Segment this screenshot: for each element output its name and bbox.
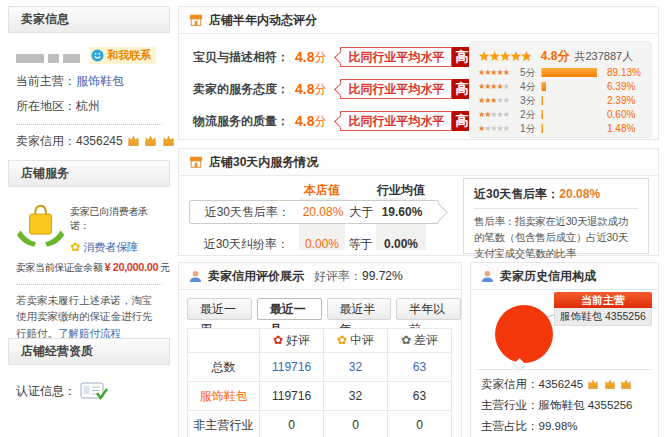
detail-title: 近30天售后率： (474, 187, 559, 201)
person-icon (189, 270, 202, 283)
callout-title: 当前主营 (554, 292, 652, 308)
consumer-guarantee-link[interactable]: 消费者保障 (83, 241, 138, 253)
dist-bar (542, 68, 597, 77)
total-good[interactable]: 119716 (260, 353, 324, 382)
tab-before-half-year[interactable]: 半年以前 (396, 298, 461, 320)
table-row-total: 总数 119716 32 63 (188, 353, 452, 382)
big-stars-icon: ★★★★ (478, 49, 520, 63)
seller-name-redacted (48, 54, 59, 63)
aftersale-rate-row: 近30天售后率： 20.08% 大于 19.60% (189, 200, 439, 224)
table-row-main-category: 服饰鞋包 119716 32 63 (188, 382, 452, 411)
dist-bar (542, 124, 543, 133)
time-range-tabs: 最近一周 最近一月 最近半年 半年以前 (187, 298, 461, 320)
good-col-header: 好评 (286, 333, 310, 347)
region-value: 杭州 (76, 99, 100, 113)
detail-desc: 售后率：指卖家在近30天退款成功的笔数（包含售后成立）占近30天支付宝成交笔数的… (474, 214, 638, 261)
seller-credit-value: 4356245 (76, 134, 123, 148)
deposit-unit: 元 (160, 262, 170, 273)
id-card-icon[interactable] (80, 381, 108, 401)
person-icon (481, 270, 494, 283)
deposit-note: 若卖家未履行上述承诺，淘宝使用卖家缴纳的保证金进行先行赔付。了解赔付流程 (16, 292, 162, 341)
pie-callout: 当前主营 服饰鞋包 4355256 (554, 292, 652, 326)
store-icon (189, 13, 203, 27)
dist-row-5: ★★★★★ 5分 89.13% (478, 66, 643, 79)
main-category-link[interactable]: 服饰鞋包 (76, 74, 124, 88)
rating-panel-title: 卖家信用评价展示 (208, 263, 304, 289)
row-label: 近30天纠纷率： (189, 236, 289, 253)
detail-value: 20.08% (559, 187, 600, 201)
aftersale-detail-box: 近30天售后率：20.08% 售后率：指卖家在近30天退款成功的笔数（包含售后成… (463, 178, 649, 254)
total-bad[interactable]: 63 (388, 353, 452, 382)
good-rate-value: 99.72% (362, 269, 403, 283)
compensation-flow-link[interactable]: 了解赔付流程 (58, 327, 121, 339)
dsr-label: 宝贝与描述相符： (193, 49, 295, 66)
deposit-label: 卖家当前保证金余额 (16, 262, 102, 273)
compare-label: 比同行业平均水平 (340, 111, 452, 131)
industry-value: 19.60% (377, 205, 427, 219)
dsr-panel-title: 店铺半年内动态评分 (209, 7, 317, 33)
guarantee-flower-icon (70, 240, 80, 254)
crown-icon (620, 375, 632, 396)
consumer-protection-icon (16, 199, 65, 251)
partial-star-icon: ★★ (520, 49, 533, 63)
qualification-section: 店铺经营资质 认证信息： (8, 338, 170, 417)
deposit-value: ¥ 20,000.00 (104, 261, 158, 273)
row-label: 近30天售后率： (190, 204, 290, 221)
seller-info-title: 卖家信息 (8, 6, 170, 33)
dispute-rate-row: 近30天纠纷率： 0.00% 等于 0.00% (189, 232, 439, 256)
neutral-col-header: 中评 (350, 333, 374, 347)
compare-label: 比同行业平均水平 (340, 79, 452, 99)
row-label: 总数 (188, 353, 260, 382)
tab-last-half-year[interactable]: 最近半年 (327, 298, 392, 320)
seller-name-row: 和我联系 (16, 47, 162, 65)
dsr-unit: 分 (314, 49, 326, 66)
seller-name-redacted (63, 54, 80, 63)
neutral-rating-icon (337, 333, 347, 347)
dsr-score: 4.8 (295, 113, 314, 129)
industry-value: 0.00% (376, 237, 426, 251)
total-neutral[interactable]: 32 (324, 353, 388, 382)
tab-last-month[interactable]: 最近一月 (257, 298, 322, 320)
row-label: 非主营行业 (188, 411, 260, 437)
shop-value: 20.08% (300, 205, 346, 219)
dist-bar (542, 82, 546, 91)
crown-icon (162, 135, 175, 149)
history-industry-row: 主营行业：服饰鞋包 4355256 (481, 395, 654, 416)
dsr-unit: 分 (314, 113, 326, 130)
crown-icon (127, 135, 140, 149)
service-panel-title: 店铺30天内服务情况 (209, 149, 318, 175)
crown-icon (587, 375, 599, 396)
promise-text: 卖家已向消费者承诺： (70, 199, 162, 233)
dist-row-3: ★★★★★ 3分 2.39% (478, 94, 643, 107)
history-credit-row: 卖家信用：4356245 (481, 374, 654, 395)
dist-bar (542, 110, 543, 119)
dsr-label: 物流服务的质量： (193, 113, 295, 130)
ratio-value: 99.98% (539, 420, 578, 432)
row-label: 服饰鞋包 (188, 382, 260, 411)
compare-label: 比同行业平均水平 (340, 47, 452, 67)
service-panel: 店铺30天内服务情况 本店值 行业均值 近30天售后率： 20.08% 大于 1… (178, 148, 659, 256)
nonmain-good: 0 (260, 411, 324, 437)
divider (16, 124, 162, 125)
tab-last-week[interactable]: 最近一周 (187, 298, 252, 320)
rater-count: 共237887人 (574, 49, 633, 64)
industry-avg-header: 行业均值 (374, 182, 428, 199)
nonmain-neutral: 0 (324, 411, 388, 437)
contact-seller-button[interactable]: 和我联系 (89, 47, 156, 64)
cat-neutral: 32 (324, 382, 388, 411)
dist-row-4: ★★★★★ 4分 6.39% (478, 80, 643, 93)
cat-bad: 63 (388, 382, 452, 411)
dist-row-1: ★★★★★ 1分 1.48% (478, 122, 643, 135)
relation: 等于 (345, 236, 376, 253)
industry-value: 服饰鞋包 4355256 (539, 399, 633, 411)
rating-panel: 卖家信用评价展示 好评率：99.72% 最近一周 最近一月 最近半年 半年以前 … (178, 262, 462, 437)
dsr-score: 4.8 (295, 81, 314, 97)
wangwang-icon (91, 49, 104, 62)
industry-label: 主营行业： (481, 399, 539, 411)
qualification-title: 店铺经营资质 (8, 338, 170, 365)
dsr-unit: 分 (314, 81, 326, 98)
cat-good: 119716 (260, 382, 324, 411)
avg-score: 4.8分 (541, 48, 570, 65)
divider (477, 369, 652, 370)
dsr-panel: 店铺半年内动态评分 宝贝与描述相符： 4.8分 比同行业平均水平高14.34% … (178, 6, 659, 140)
